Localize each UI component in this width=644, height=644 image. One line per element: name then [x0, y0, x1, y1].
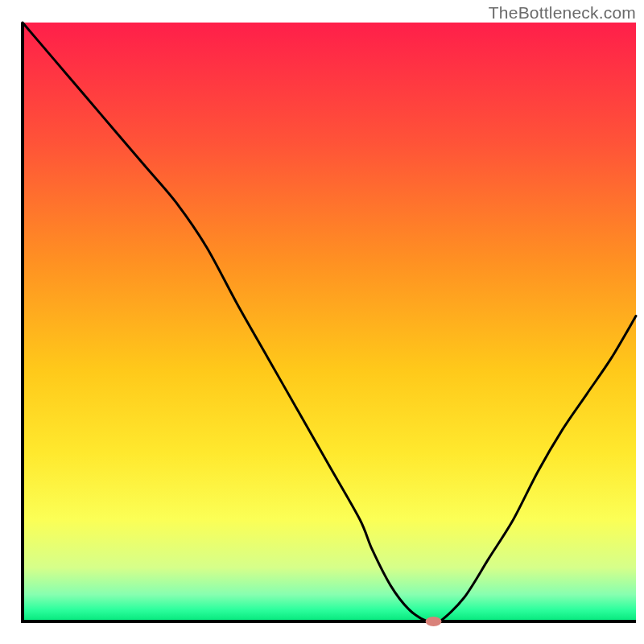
chart-canvas: [0, 0, 644, 644]
bottleneck-chart: TheBottleneck.com: [0, 0, 644, 644]
minimum-marker: [426, 617, 442, 626]
watermark-text: TheBottleneck.com: [489, 3, 636, 23]
plot-background: [23, 23, 636, 621]
